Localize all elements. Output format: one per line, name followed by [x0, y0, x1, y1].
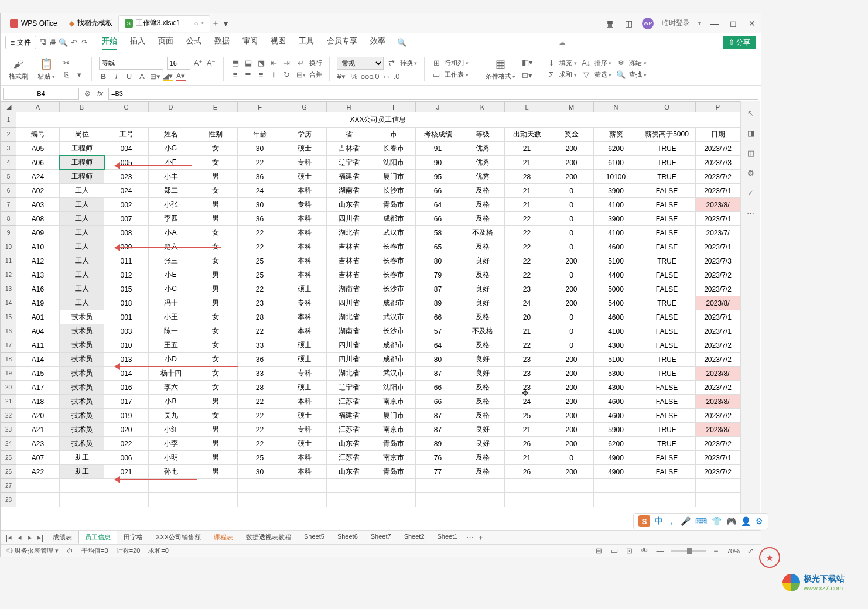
table-row[interactable]: 16A04技术员003陈一女22本科湖南省长沙市57不及格2104100FALS… — [1, 324, 740, 338]
bold-icon[interactable]: B — [99, 72, 108, 81]
zoom-in-icon[interactable]: ＋ — [712, 546, 721, 556]
cell[interactable]: 007 — [104, 212, 149, 226]
cell[interactable]: 优秀 — [460, 142, 505, 156]
cell[interactable]: TRUE — [638, 437, 696, 451]
cell[interactable]: 吉林省 — [327, 254, 371, 268]
cell[interactable]: 22 — [505, 212, 549, 226]
percent-icon[interactable]: % — [350, 72, 359, 81]
cell[interactable]: 0 — [549, 198, 594, 212]
cell[interactable]: 5900 — [594, 423, 638, 437]
row-header[interactable]: 9 — [1, 226, 16, 240]
cell[interactable]: 优秀 — [460, 170, 505, 184]
currency-icon[interactable]: ¥▾ — [337, 72, 346, 81]
cell[interactable]: 工人 — [60, 268, 104, 282]
cell[interactable]: 4600 — [594, 240, 638, 254]
cell[interactable]: A20 — [16, 409, 60, 423]
cell[interactable]: 20 — [505, 310, 549, 324]
col-header-B[interactable]: B — [60, 102, 104, 112]
cell[interactable]: FALSE — [638, 268, 696, 282]
cell[interactable]: 武汉市 — [371, 226, 416, 240]
cell[interactable]: 男 — [193, 451, 238, 465]
cell[interactable]: 本科 — [282, 324, 327, 338]
row-header[interactable]: 25 — [1, 451, 16, 465]
cell[interactable]: 技术员 — [60, 367, 104, 381]
cell[interactable]: 专科 — [282, 423, 327, 437]
cell[interactable]: 辽宁省 — [327, 381, 371, 395]
cell[interactable]: 87 — [416, 423, 460, 437]
row-header[interactable]: 17 — [1, 338, 16, 353]
rowcol-icon[interactable]: ⊞ — [432, 59, 441, 68]
zoom-label[interactable]: 70% — [727, 548, 740, 555]
new-tab-button[interactable]: ＋ — [210, 18, 221, 29]
col-header-A[interactable]: A — [16, 102, 60, 112]
cell[interactable]: 26 — [505, 437, 549, 451]
cell[interactable]: 男 — [193, 170, 238, 184]
sheet-tab[interactable]: 员工信息 — [78, 531, 117, 544]
cell[interactable]: 22 — [505, 254, 549, 268]
cell[interactable]: 小F — [149, 156, 193, 170]
cell[interactable]: FALSE — [638, 282, 696, 296]
cell[interactable]: 女 — [193, 226, 238, 240]
cell[interactable]: 2023/7/2 — [696, 268, 740, 282]
cut-icon[interactable]: ✂ — [62, 59, 71, 68]
sb-check-icon[interactable]: ✓ — [746, 188, 756, 197]
sb-more-icon[interactable]: ⋯ — [746, 208, 756, 217]
formula-bar[interactable]: =B3 — [108, 88, 758, 100]
cell[interactable]: 女 — [193, 184, 238, 198]
cell[interactable]: 本科 — [282, 395, 327, 409]
cell[interactable]: 66 — [416, 310, 460, 324]
cell[interactable]: 湖北省 — [327, 367, 371, 381]
table-row[interactable]: 7A03工人002小张男30专科山东省青岛市64及格2104100FALSE20… — [1, 198, 740, 212]
cell[interactable]: 2023/8/ — [696, 296, 740, 310]
cell[interactable]: 0 — [549, 240, 594, 254]
reading-icon[interactable]: 👁 — [640, 546, 650, 556]
cell[interactable]: A19 — [16, 296, 60, 310]
cell[interactable]: 湖北省 — [327, 226, 371, 240]
cell[interactable]: 硕士 — [282, 142, 327, 156]
cell[interactable]: 专科 — [282, 156, 327, 170]
cell[interactable]: 87 — [416, 409, 460, 423]
share-button[interactable]: ⇧ 分享 — [723, 36, 756, 49]
cell[interactable]: 24 — [505, 296, 549, 310]
col-header-O[interactable]: O — [638, 102, 696, 112]
cell[interactable]: 青岛市 — [371, 465, 416, 479]
cell[interactable]: TRUE — [638, 367, 696, 381]
table-row[interactable]: 24A23技术员022小李男22硕士山东省青岛市89良好262006200TRU… — [1, 437, 740, 451]
wrap-icon[interactable]: ↵ — [296, 59, 306, 68]
ime-settings-icon[interactable]: ⚙ — [756, 516, 763, 526]
cell[interactable]: 吉林省 — [327, 240, 371, 254]
cell[interactable]: 020 — [104, 423, 149, 437]
cell[interactable]: 10100 — [594, 170, 638, 184]
cell[interactable]: 91 — [416, 142, 460, 156]
cell[interactable]: 本科 — [282, 240, 327, 254]
align-right-icon[interactable]: ≡ — [257, 70, 266, 80]
cell[interactable]: 79 — [416, 268, 460, 282]
strike-icon[interactable]: A̶ — [138, 72, 147, 81]
cell[interactable]: 不及格 — [460, 324, 505, 338]
cell[interactable]: 200 — [549, 423, 594, 437]
cell[interactable]: 技术员 — [60, 338, 104, 353]
freeze-icon[interactable]: ❄ — [616, 59, 626, 68]
cell[interactable]: 2023/7/2 — [696, 381, 740, 395]
cell[interactable]: 福建省 — [327, 170, 371, 184]
cell[interactable]: 21 — [505, 142, 549, 156]
cell[interactable]: 22 — [238, 324, 282, 338]
cell[interactable]: 李四 — [149, 212, 193, 226]
menu-tab-1[interactable]: 插入 — [130, 36, 145, 50]
cell[interactable]: 019 — [104, 409, 149, 423]
increase-font-icon[interactable]: A⁺ — [194, 59, 203, 68]
cell[interactable]: 男 — [193, 423, 238, 437]
cell[interactable]: A01 — [16, 310, 60, 324]
menu-tab-2[interactable]: 页面 — [158, 36, 173, 50]
cell[interactable]: 小王 — [149, 310, 193, 324]
cell[interactable]: 36 — [238, 212, 282, 226]
col-header-N[interactable]: N — [594, 102, 638, 112]
cell[interactable]: FALSE — [638, 212, 696, 226]
sort-icon[interactable]: A↓ — [582, 59, 591, 68]
cell[interactable]: TRUE — [638, 142, 696, 156]
fill-color-icon[interactable]: ◢▾ — [163, 72, 173, 81]
cell[interactable]: A08 — [16, 212, 60, 226]
cell[interactable]: 66 — [416, 381, 460, 395]
tab-menu-icon[interactable]: ○ — [194, 19, 198, 28]
sheet-tab[interactable]: Sheet7 — [364, 531, 398, 544]
